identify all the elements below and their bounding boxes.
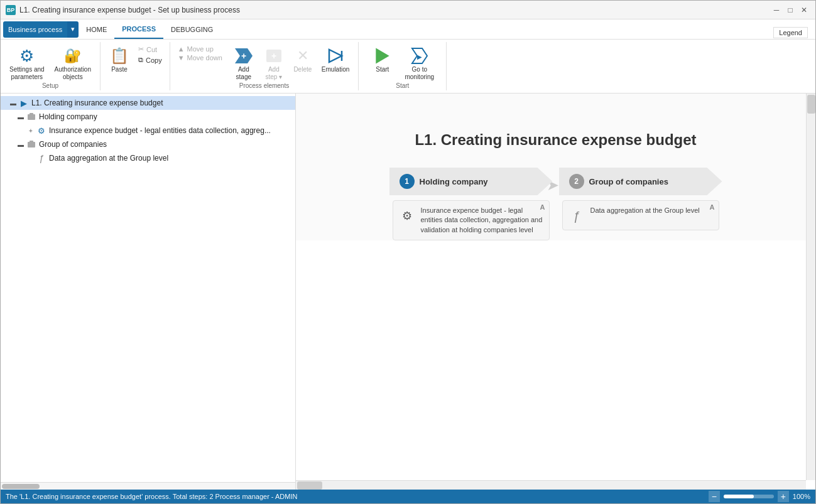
monitoring-button[interactable]: ▶ Go to monitoring: [401, 45, 438, 82]
ribbon-group-start: Start ▶ Go to monitoring Start: [359, 42, 447, 90]
move-up-icon: ▲: [178, 45, 185, 53]
canvas-wrapper: L1. Creating insurance expense budget 1 …: [296, 94, 815, 490]
tree-holding[interactable]: ▬ Holding company: [1, 110, 295, 124]
window-controls: ─ □ ✕: [770, 4, 810, 16]
root-icon: ▶: [18, 97, 30, 109]
stage-2-step-1[interactable]: ƒ Data aggregation at the Group level A: [562, 200, 719, 230]
step-2-badge: A: [710, 203, 715, 211]
tree-insurance[interactable]: + ⚙ Insurance expence budget - legal ent…: [1, 124, 295, 137]
step-1-text: Insurance expence budget - legal entitie…: [421, 206, 544, 235]
step-1-icon: ⚙: [398, 207, 416, 225]
holding-icon: [26, 111, 37, 122]
insurance-label: Insurance expence budget - legal entitie…: [49, 126, 271, 135]
start-buttons: Start ▶ Go to monitoring: [367, 42, 438, 82]
root-expander[interactable]: ▬: [8, 98, 18, 108]
stage-2-name: Group of companies: [589, 177, 668, 186]
zoom-level: 100%: [793, 493, 810, 500]
tree-h-scrollbar[interactable]: [1, 482, 295, 490]
group-expander[interactable]: ▬: [16, 139, 26, 149]
add-step-button[interactable]: + Add step ▾: [260, 45, 288, 82]
business-process-dropdown[interactable]: Business process: [3, 21, 67, 38]
stage-1-step-1[interactable]: ⚙ Insurance expence budget - legal entit…: [393, 200, 550, 240]
svg-rect-12: [30, 141, 33, 142]
emulation-button[interactable]: Emulation: [318, 45, 353, 75]
move-up-label: Move up: [187, 45, 214, 53]
maximize-button[interactable]: □: [784, 4, 797, 16]
zoom-slider[interactable]: [724, 495, 774, 498]
tree-root[interactable]: ▬ ▶ L1. Creating insurance expense budge…: [1, 96, 295, 110]
stage-1-header[interactable]: 1 Holding company: [389, 168, 553, 195]
status-text: The 'L1. Creating insurance expense budg…: [6, 493, 297, 500]
start-button[interactable]: Start: [367, 45, 398, 75]
start-group-label: Start: [396, 82, 409, 90]
canvas-area: L1. Creating insurance expense budget 1 …: [296, 94, 815, 240]
close-button[interactable]: ✕: [798, 4, 810, 16]
ribbon: Business process ▾ HOME PROCESS DEBUGGIN…: [1, 19, 815, 94]
stage-2-number: 2: [569, 174, 584, 189]
group-icon: [26, 139, 37, 150]
title-bar: BP L1. Creating insurance expense budget…: [1, 1, 815, 19]
group-label: Group of companies: [39, 140, 107, 149]
cut-copy-group: ✂ Cut ⧉ Copy: [136, 45, 165, 65]
ribbon-group-clipboard: 📋 Paste ✂ Cut ⧉ Copy: [101, 42, 170, 90]
tree-panel: ▬ ▶ L1. Creating insurance expense budge…: [1, 94, 296, 490]
copy-button[interactable]: ⧉ Copy: [136, 55, 165, 65]
ribbon-group-setup: ⚙ Settings and parameters 🔐 Authorizatio…: [1, 42, 101, 90]
tree-aggregation[interactable]: ƒ Data aggregation at the Group level: [1, 151, 295, 165]
emulation-label: Emulation: [322, 66, 349, 73]
add-stage-label: Add stage: [236, 66, 251, 81]
paste-button[interactable]: 📋 Paste: [106, 45, 133, 75]
delete-button[interactable]: ✕ Delete: [289, 45, 317, 75]
ribbon-group-process-elements: ▲ Move up ▼ Move down + Add stage: [170, 42, 359, 90]
main-content: ▬ ▶ L1. Creating insurance expense budge…: [1, 94, 815, 490]
gear-icon: ⚙: [17, 46, 37, 66]
move-down-button[interactable]: ▼ Move down: [175, 53, 225, 62]
move-group: ▲ Move up ▼ Move down: [175, 45, 225, 62]
canvas-v-scrollbar[interactable]: [806, 94, 815, 480]
canvas-h-scrollbar-thumb[interactable]: [297, 481, 322, 490]
step-2-text: Data aggregation at the Group level: [590, 206, 714, 215]
svg-text:+: +: [241, 51, 246, 61]
svg-text:+: +: [271, 51, 276, 61]
tree-content: ▬ ▶ L1. Creating insurance expense budge…: [1, 94, 295, 482]
add-step-label: Add step ▾: [265, 66, 282, 81]
canvas-v-scrollbar-thumb[interactable]: [807, 95, 815, 114]
stage-2-header[interactable]: 2 Group of companies: [559, 168, 722, 195]
auth-label: Authorization objects: [55, 66, 91, 81]
copy-icon: ⧉: [138, 56, 143, 64]
paste-icon: 📋: [109, 46, 129, 66]
minimize-button[interactable]: ─: [770, 4, 783, 16]
cut-button[interactable]: ✂ Cut: [136, 45, 165, 54]
emulation-icon: [325, 46, 345, 66]
svg-rect-11: [28, 142, 35, 147]
add-stage-icon: +: [234, 46, 254, 66]
aggregation-expander: [26, 153, 36, 163]
canvas-h-scrollbar[interactable]: [296, 480, 806, 490]
monitoring-label: Go to monitoring: [405, 66, 434, 81]
settings-label: Settings and parameters: [9, 66, 45, 81]
tab-home[interactable]: HOME: [79, 19, 114, 39]
add-stage-button[interactable]: + Add stage: [229, 45, 259, 82]
tree-scrollbar-thumb[interactable]: [2, 484, 40, 489]
zoom-slider-fill: [724, 495, 754, 498]
process-elements-label: Process elements: [239, 82, 289, 90]
stage-1-block: 1 Holding company ⚙ Insurance expence bu…: [389, 168, 553, 240]
move-up-button[interactable]: ▲ Move up: [175, 45, 225, 53]
start-label: Start: [376, 66, 389, 73]
stage-2-block: 2 Group of companies ƒ Data aggregation …: [559, 168, 722, 230]
stage-arrow: ➤: [553, 168, 559, 194]
insurance-expander[interactable]: +: [26, 126, 36, 136]
zoom-out-button[interactable]: −: [709, 491, 720, 502]
svg-marker-6: [376, 48, 389, 64]
business-process-dropdown-arrow[interactable]: ▾: [67, 21, 79, 38]
auth-button[interactable]: 🔐 Authorization objects: [51, 45, 95, 82]
settings-button[interactable]: ⚙ Settings and parameters: [6, 45, 48, 82]
holding-expander[interactable]: ▬: [16, 112, 26, 122]
tree-group[interactable]: ▬ Group of companies: [1, 137, 295, 151]
step-2-icon: ƒ: [568, 207, 585, 225]
tab-process[interactable]: PROCESS: [114, 19, 163, 39]
process-element-buttons: ▲ Move up ▼ Move down + Add stage: [175, 42, 354, 82]
zoom-in-button[interactable]: +: [778, 491, 789, 502]
tab-debugging[interactable]: DEBUGGING: [163, 19, 220, 39]
legend-button[interactable]: Legend: [773, 27, 808, 38]
